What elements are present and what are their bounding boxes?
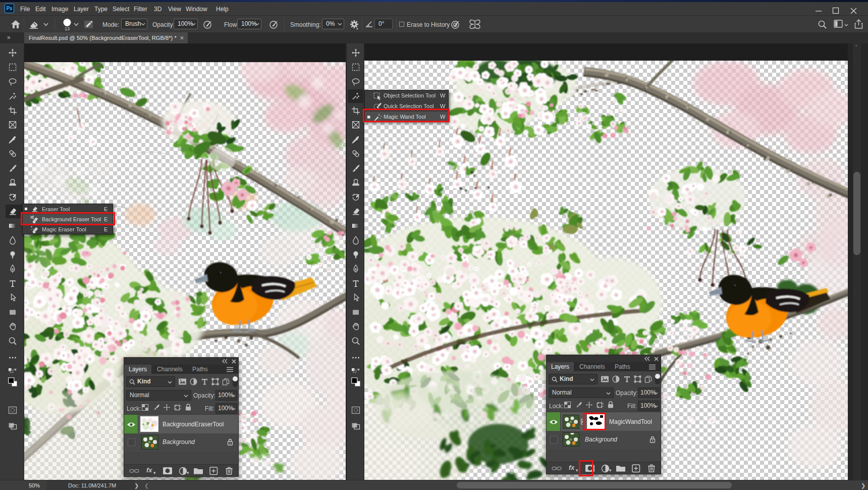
svg-text:13: 13 [65, 26, 70, 31]
